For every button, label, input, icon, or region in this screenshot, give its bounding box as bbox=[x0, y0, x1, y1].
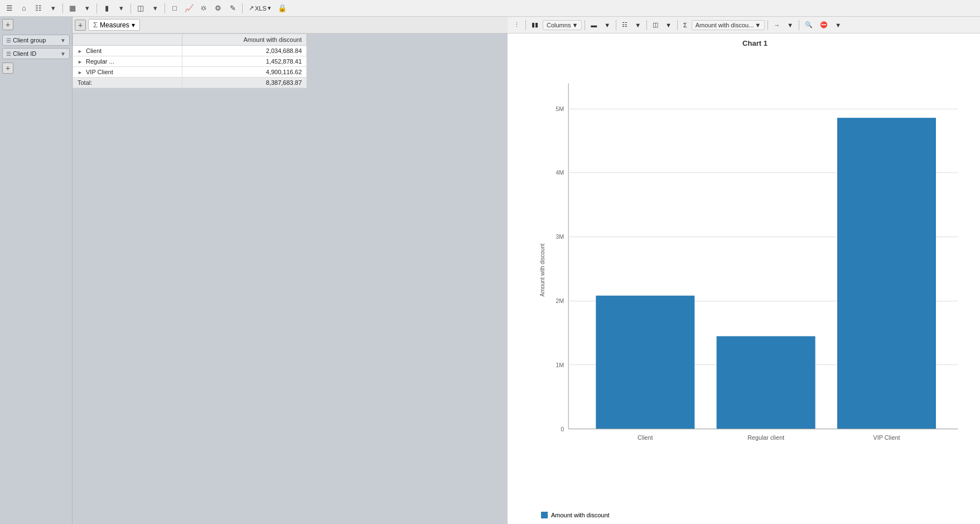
add-dimension-button[interactable]: + bbox=[2, 63, 13, 74]
y-tick-4m: 4M bbox=[556, 169, 564, 176]
ct-cursor-icon[interactable]: → bbox=[771, 21, 783, 30]
top-toolbar: ☰ ⌂ ☷ ▾ ▦ ▾ ▮ ▾ ◫ ▾ □ 📈 ⛭ ⚙ ✎ ↗ XLS ▾ 🔒 bbox=[0, 0, 980, 17]
y-tick-5m: 5M bbox=[556, 105, 564, 112]
cols-icon[interactable]: ▮ bbox=[100, 2, 113, 15]
chevron-down-3-icon[interactable]: ▾ bbox=[115, 2, 127, 15]
expand-icon-1[interactable]: ► bbox=[78, 59, 83, 65]
ct-grid-icon[interactable]: ☷ bbox=[619, 20, 630, 30]
menu-icon[interactable]: ☰ bbox=[3, 2, 16, 15]
sep-1 bbox=[62, 3, 63, 13]
expand-icon-0[interactable]: ► bbox=[78, 49, 83, 54]
total-label: Total: bbox=[73, 78, 182, 88]
ct-table-icon[interactable]: ◫ bbox=[650, 20, 661, 30]
chart-toolbar-menu-icon[interactable]: ⋮ bbox=[511, 20, 523, 30]
legend-color-box bbox=[541, 512, 548, 518]
chart-content: Chart 1 Amount with discount 0 1M 2M bbox=[508, 33, 980, 508]
sort2-icon: ☰ bbox=[6, 51, 11, 57]
row-label-1: Regular ... bbox=[86, 58, 114, 65]
xls-button[interactable]: ↗ XLS ▾ bbox=[246, 3, 274, 13]
row-label-2: VIP Client bbox=[86, 69, 113, 75]
add-row-button[interactable]: + bbox=[2, 19, 13, 30]
ct-chevron-down-icon[interactable]: ▼ bbox=[601, 21, 613, 30]
chevron-down-icon[interactable]: ▾ bbox=[47, 2, 59, 15]
measure-chevron-icon: ▼ bbox=[755, 22, 761, 28]
columns-dropdown[interactable]: Columns ▼ bbox=[543, 20, 582, 30]
ct-sigma-icon[interactable]: Σ bbox=[680, 21, 690, 30]
chart-legend: Amount with discount bbox=[508, 508, 980, 524]
edit-icon[interactable]: ✎ bbox=[226, 2, 239, 15]
rows-icon[interactable]: ▦ bbox=[66, 2, 79, 15]
ct-chevron-down4-icon[interactable]: ▼ bbox=[784, 21, 796, 30]
measures-chevron-icon: ▾ bbox=[132, 21, 135, 29]
filter-icon[interactable]: ⛭ bbox=[197, 2, 210, 15]
settings-icon[interactable]: ⚙ bbox=[212, 2, 224, 15]
y-tick-1m: 1M bbox=[556, 362, 564, 368]
sort-icon: ☰ bbox=[6, 37, 11, 44]
measures-button[interactable]: Σ Measures ▾ bbox=[88, 19, 140, 31]
home-icon[interactable]: ⌂ bbox=[18, 2, 30, 15]
legend-label: Amount with discount bbox=[551, 512, 610, 518]
client-id-field[interactable]: ☰ Client ID ▼ bbox=[2, 48, 70, 59]
table-row: ► VIP Client 4,900,116.62 bbox=[73, 67, 307, 78]
y-tick-2m: 2M bbox=[556, 297, 564, 304]
xls-export-icon: ↗ bbox=[249, 4, 254, 12]
bar-regular bbox=[717, 336, 815, 429]
measure-label: Amount with discou... bbox=[696, 22, 754, 28]
bar-label-client: Client bbox=[638, 434, 653, 441]
table-row: ► Client 2,034,688.84 bbox=[73, 46, 307, 56]
table-header-row: + Σ Measures ▾ bbox=[73, 17, 508, 33]
ct-lines-icon[interactable]: ▬ bbox=[588, 21, 600, 30]
measures-label: Measures bbox=[100, 21, 129, 29]
ct-chevron-down3-icon[interactable]: ▼ bbox=[663, 21, 674, 30]
chart-area: ⋮ ▮▮ Columns ▼ ▬ ▼ ☷ ▼ ◫ ▼ Σ Amount with… bbox=[508, 17, 980, 524]
bar-label-vip: VIP Client bbox=[873, 434, 900, 441]
table-wrap: Amount with discount ► Client 2,034,688.… bbox=[73, 33, 508, 524]
client-id-chevron-icon[interactable]: ▼ bbox=[60, 51, 66, 57]
ct-chevron-down2-icon[interactable]: ▼ bbox=[632, 21, 644, 30]
chevron-down-2-icon[interactable]: ▾ bbox=[81, 2, 93, 15]
bar-label-regular: Regular client bbox=[747, 434, 784, 441]
total-value: 8,387,683.87 bbox=[182, 78, 306, 88]
col-header-value: Amount with discount bbox=[182, 34, 306, 46]
measure-dropdown[interactable]: Amount with discou... ▼ bbox=[692, 20, 765, 30]
sep-2 bbox=[96, 3, 97, 13]
sep-4 bbox=[165, 3, 165, 13]
y-axis-label: Amount with discount bbox=[539, 243, 545, 296]
columns-label: Columns bbox=[547, 22, 571, 28]
data-table: Amount with discount ► Client 2,034,688.… bbox=[73, 33, 307, 88]
client-group-chevron-icon[interactable]: ▼ bbox=[60, 37, 66, 44]
grid-icon[interactable]: ☷ bbox=[32, 2, 45, 15]
lock-icon[interactable]: 🔒 bbox=[276, 2, 288, 15]
table-row: ► Regular ... 1,452,878.41 bbox=[73, 56, 307, 67]
expand-icon-2[interactable]: ► bbox=[78, 70, 83, 75]
chart-title: Chart 1 bbox=[541, 39, 969, 47]
layout-icon[interactable]: ◫ bbox=[134, 2, 147, 15]
chevron-down-4-icon[interactable]: ▾ bbox=[149, 2, 161, 15]
sep-3 bbox=[131, 3, 131, 13]
chart-svg-wrap: Amount with discount 0 1M 2M 3M bbox=[541, 52, 969, 488]
sigma-icon: Σ bbox=[93, 21, 98, 29]
chart-svg: 0 1M 2M 3M 4M 5M bbox=[541, 52, 969, 488]
bar-chart-icon[interactable]: ▮▮ bbox=[529, 20, 541, 30]
ct-zoom-out-icon[interactable]: 🔍 bbox=[802, 20, 815, 30]
chart-icon[interactable]: 📈 bbox=[183, 2, 195, 15]
ct-chevron-down5-icon[interactable]: ▼ bbox=[832, 21, 844, 30]
total-row: Total: 8,387,683.87 bbox=[73, 78, 307, 88]
col-header-label bbox=[73, 34, 182, 46]
sep-5 bbox=[242, 3, 243, 13]
row-label-0: Client bbox=[86, 47, 102, 54]
bar-vip bbox=[837, 118, 936, 429]
bar-client bbox=[596, 296, 694, 429]
row-value-1: 1,452,878.41 bbox=[182, 56, 306, 67]
main-layout: + ☰ Client group ▼ ☰ Client ID ▼ + + Σ M… bbox=[0, 17, 980, 524]
table-area: + Σ Measures ▾ Amount with discount bbox=[73, 17, 508, 524]
row-value-2: 4,900,116.62 bbox=[182, 67, 306, 78]
table-add-button[interactable]: + bbox=[75, 20, 86, 31]
y-tick-3m: 3M bbox=[556, 233, 564, 240]
ct-no-icon[interactable]: ⛔ bbox=[817, 20, 831, 30]
columns-chevron-icon: ▼ bbox=[572, 22, 578, 28]
row-value-0: 2,034,688.84 bbox=[182, 46, 306, 56]
client-group-field[interactable]: ☰ Client group ▼ bbox=[2, 35, 70, 46]
y-tick-0: 0 bbox=[561, 426, 564, 432]
pivot-icon[interactable]: □ bbox=[168, 2, 181, 15]
